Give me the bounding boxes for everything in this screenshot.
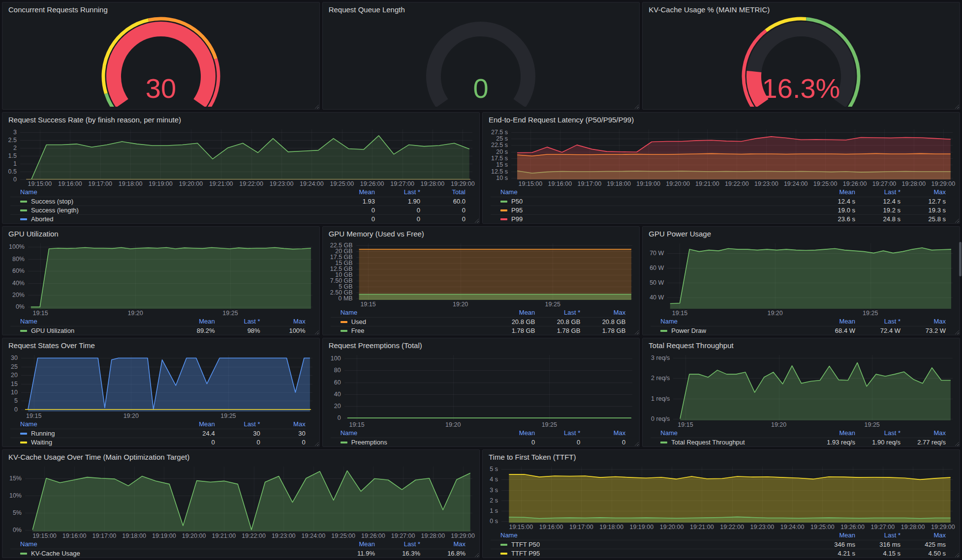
panel-title[interactable]: Time to First Token (TTFT) [483, 450, 960, 462]
legend-col-header[interactable]: Mean [810, 188, 855, 196]
panel-title[interactable]: GPU Utilization [2, 227, 319, 238]
legend-col-name[interactable]: Name [20, 420, 37, 428]
y-axis-label: 12.5 GB [330, 265, 356, 272]
legend-col-header[interactable]: Mean [490, 309, 535, 316]
panel-body: 00.511.522.5319:15:0019:16:0019:17:0019:… [2, 124, 479, 223]
plot-area[interactable]: 0 MB2.50 GB5 GB7.50 GB10 GB12.5 GB15 GB1… [356, 243, 633, 300]
panel-title[interactable]: Request Success Rate (by finish reason, … [2, 113, 479, 124]
panel-title[interactable]: GPU Power Usage [643, 227, 960, 238]
legend-series-name[interactable]: Waiting [31, 439, 52, 446]
legend-series-name[interactable]: TTFT P50 [511, 541, 540, 548]
legend-col-name[interactable]: Name [341, 309, 358, 316]
legend-series-name[interactable]: Preemptions [351, 439, 387, 446]
series-color-swatch [20, 442, 27, 443]
legend-col-name[interactable]: Name [341, 429, 358, 437]
legend-col-name[interactable]: Name [500, 531, 518, 539]
y-axis-label: 40% [12, 280, 28, 287]
legend-col-header[interactable]: Mean [170, 420, 215, 428]
panel-title[interactable]: End-to-End Request Latency (P50/P95/P99) [483, 113, 960, 124]
legend-series-name[interactable]: Success (stop) [31, 198, 73, 205]
scrollbar-thumb[interactable] [959, 242, 962, 276]
legend-col-header[interactable]: Max [900, 429, 946, 437]
gauge: 0 [397, 15, 564, 107]
legend-col-header[interactable]: Max [260, 420, 306, 428]
plot-area[interactable]: 0 s1 s2 s3 s4 s5 s [501, 467, 953, 523]
legend-value: 4.21 s [810, 550, 855, 557]
legend-col-header[interactable]: Max [900, 188, 946, 196]
dashboard-row-gpu: GPU Utilization 0%20%40%60%80%100%19:151… [2, 226, 960, 335]
legend-col-header[interactable]: Last * [535, 429, 580, 437]
legend-series-name[interactable]: Total Request Throughput [671, 439, 745, 446]
panel-title[interactable]: Total Request Throughput [643, 338, 960, 350]
legend-col-name[interactable]: Name [660, 429, 678, 437]
gauge-value: 16.3% [762, 73, 840, 104]
legend-col-name[interactable]: Name [660, 318, 678, 325]
legend-series-name[interactable]: P99 [511, 215, 523, 223]
x-axis-label: 19:15 [678, 421, 693, 428]
legend-col-header[interactable]: Last * [375, 188, 420, 196]
plot-area[interactable]: 0%20%40%60%80%100% [28, 243, 312, 309]
legend-col-header[interactable]: Max [900, 318, 946, 325]
legend-col-name[interactable]: Name [20, 540, 37, 548]
time-series-chart: 05101520253019:1519:2019:25NameMeanLast … [2, 350, 319, 446]
legend-series-name[interactable]: P50 [511, 198, 523, 205]
legend-col-header[interactable]: Mean [810, 318, 855, 325]
legend-col-name[interactable]: Name [20, 188, 37, 196]
plot-area[interactable]: 00.511.522.53 [20, 129, 472, 179]
panel-title[interactable]: KV-Cache Usage Over Time (Main Optimizat… [2, 450, 479, 462]
legend-series-name[interactable]: Power Draw [671, 327, 706, 334]
legend-col-header[interactable]: Total [420, 188, 465, 196]
panel-title[interactable]: Request Queue Length [323, 2, 640, 14]
plot-area[interactable]: 40 W50 W60 W70 W [667, 243, 953, 309]
legend-col-header[interactable]: Mean [810, 531, 855, 539]
panel-title[interactable]: GPU Memory (Used vs Free) [323, 227, 640, 238]
legend-col-header[interactable]: Max [580, 429, 625, 437]
legend-series-name[interactable]: TTFT P95 [511, 550, 540, 557]
y-axis-label: 5 [14, 397, 21, 404]
legend-series-name[interactable]: Aborted [31, 215, 54, 223]
legend-col-name[interactable]: Name [500, 188, 518, 196]
plot-area[interactable]: 020406080100 [344, 355, 633, 420]
x-axis-label: 19:15 [26, 413, 41, 419]
legend-series-name[interactable]: GPU Utilization [31, 327, 74, 334]
legend-series-name[interactable]: Used [351, 318, 366, 325]
legend-series-name[interactable]: KV-Cache Usage [31, 550, 80, 557]
legend-col-header[interactable]: Last * [855, 188, 900, 196]
legend-value: 11.9% [330, 550, 375, 557]
legend-col-header[interactable]: Last * [855, 318, 900, 325]
panel-title[interactable]: KV-Cache Usage % (MAIN METRIC) [643, 2, 960, 14]
legend-col-header[interactable]: Last * [215, 420, 260, 428]
legend-col-header[interactable]: Last * [375, 540, 420, 548]
legend-col-header[interactable]: Last * [535, 309, 580, 316]
legend-col-header[interactable]: Max [420, 540, 465, 548]
legend-row: TTFT P954.21 s4.15 s4.50 s [491, 549, 946, 558]
plot-area[interactable]: 10 s12.5 s15 s17.5 s20 s22.5 s25 s27.5 s [511, 129, 953, 179]
y-axis-label: 17.5 s [491, 155, 511, 162]
legend-col-header[interactable]: Last * [215, 318, 260, 325]
legend-col-header[interactable]: Mean [330, 188, 375, 196]
panel-title[interactable]: Concurrent Requests Running [2, 2, 319, 14]
plot-area[interactable]: 051015202530 [21, 355, 312, 412]
panel-body: 40 W50 W60 W70 W19:1519:2019:25NameMeanL… [643, 238, 960, 335]
panel-gpu-memory: GPU Memory (Used vs Free) 0 MB2.50 GB5 G… [322, 226, 640, 335]
legend-col-header[interactable]: Mean [330, 540, 375, 548]
legend-col-header[interactable]: Max [580, 309, 625, 316]
legend-series-name[interactable]: Success (length) [31, 206, 79, 214]
legend-col-header[interactable]: Max [260, 318, 306, 325]
legend-col-header[interactable]: Last * [855, 531, 900, 539]
legend-col-name[interactable]: Name [20, 318, 37, 325]
legend-col-header[interactable]: Last * [855, 429, 900, 437]
legend-series-name[interactable]: Running [31, 430, 55, 437]
series-canvas [673, 355, 953, 420]
legend-col-header[interactable]: Max [900, 531, 946, 539]
panel-title[interactable]: Request States Over Time [2, 338, 319, 350]
plot-area[interactable]: 0 req/s1 req/s2 req/s3 req/s [673, 355, 953, 420]
plot-area[interactable]: 0%5%10%15% [25, 467, 472, 531]
legend-series-name[interactable]: P95 [511, 206, 523, 214]
legend-series-name[interactable]: Free [351, 327, 365, 334]
legend-col-header[interactable]: Mean [170, 318, 215, 325]
y-axis-label: 0 MB [338, 295, 356, 302]
legend-col-header[interactable]: Mean [490, 429, 535, 437]
panel-title[interactable]: Request Preemptions (Total) [323, 338, 640, 350]
legend-col-header[interactable]: Mean [810, 429, 855, 437]
